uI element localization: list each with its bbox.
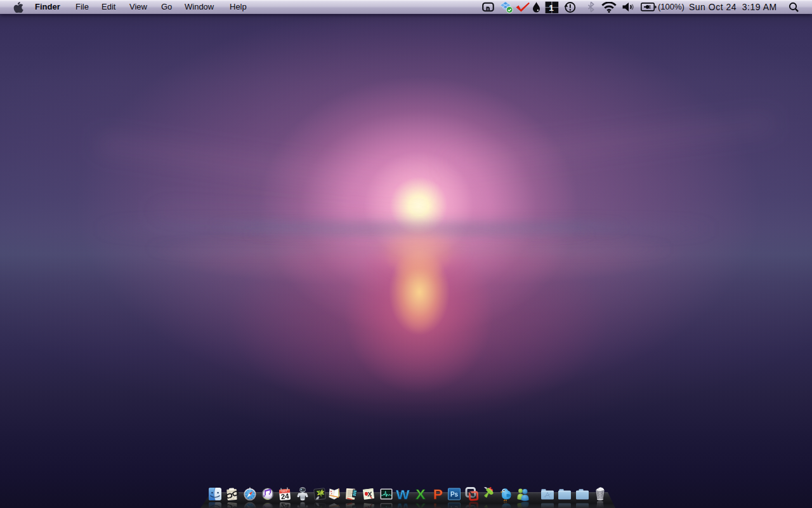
svg-text:24: 24 <box>280 492 289 500</box>
svg-text:Ps: Ps <box>450 491 459 498</box>
svg-text:X: X <box>416 487 426 501</box>
svg-text:1: 1 <box>549 3 554 13</box>
svg-text:W: W <box>396 487 410 501</box>
svg-text:P: P <box>433 487 443 501</box>
svg-text:OCT: OCT <box>282 490 288 493</box>
